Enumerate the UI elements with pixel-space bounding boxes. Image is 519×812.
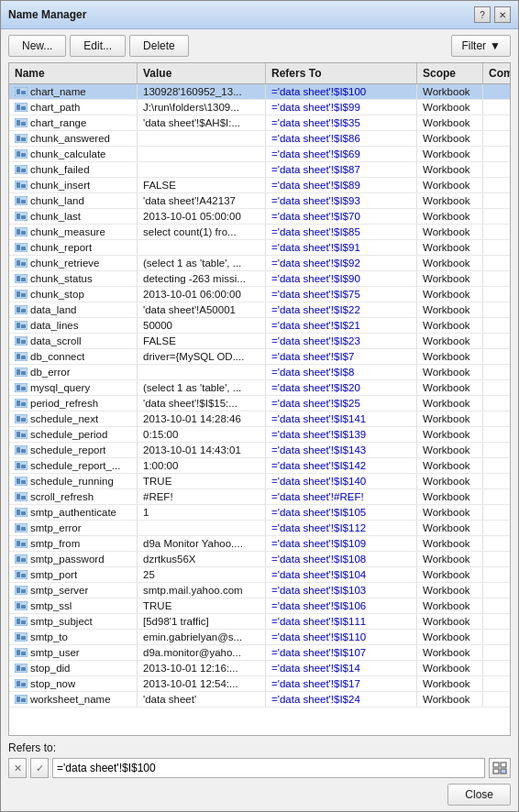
- table-row[interactable]: chunk_statusdetecting -263 missi...='dat…: [9, 271, 510, 287]
- table-row[interactable]: chunk_land'data sheet'!A42137='data shee…: [9, 193, 510, 209]
- table-row[interactable]: worksheet_name'data sheet'='data sheet'!…: [9, 692, 510, 708]
- window-close-button[interactable]: ✕: [494, 6, 511, 23]
- col-refers-to: Refers To: [266, 63, 417, 83]
- name-cell: worksheet_name: [9, 692, 138, 707]
- value-cell: [138, 131, 266, 146]
- table-row[interactable]: schedule_report_...1:00:00='data sheet'!…: [9, 458, 510, 474]
- scope-cell: Workbook: [417, 645, 483, 660]
- table-row[interactable]: chunk_insertFALSE='data sheet'!$I$89Work…: [9, 178, 510, 193]
- scope-cell: Workbook: [417, 474, 483, 488]
- comment-cell: [483, 380, 510, 395]
- table-row[interactable]: chunk_stop2013-10-01 06:00:00='data shee…: [9, 287, 510, 302]
- table-row[interactable]: chunk_failed='data sheet'!$I$87Workbook: [9, 162, 510, 178]
- svg-rect-71: [21, 449, 26, 453]
- table-row[interactable]: smtp_error='data sheet'!$I$112Workbook: [9, 521, 510, 536]
- table-row[interactable]: smtp_toemin.gabrielyan@s...='data sheet'…: [9, 630, 510, 645]
- table-row[interactable]: schedule_next2013-10-01 14:28:46='data s…: [9, 411, 510, 427]
- table-row[interactable]: schedule_period0:15:00='data sheet'!$I$1…: [9, 427, 510, 443]
- svg-rect-116: [21, 683, 26, 686]
- table-row[interactable]: data_land'data sheet'!A50001='data sheet…: [9, 302, 510, 318]
- name-text: chunk_stop: [30, 289, 84, 300]
- col-value: Value: [138, 63, 266, 83]
- table-row[interactable]: smtp_userd9a.monitor@yaho...='data sheet…: [9, 645, 510, 661]
- table-row[interactable]: smtp_sslTRUE='data sheet'!$I$106Workbook: [9, 598, 510, 614]
- table-row[interactable]: mysql_query(select 1 as 'table', ...='da…: [9, 380, 510, 396]
- table-row[interactable]: data_lines50000='data sheet'!$I$21Workbo…: [9, 318, 510, 334]
- scope-cell: Workbook: [417, 334, 483, 348]
- comment-cell: [483, 349, 510, 364]
- comment-cell: [483, 271, 510, 286]
- col-comment: Comment: [483, 63, 511, 83]
- name-cell: chunk_report: [9, 240, 138, 255]
- table-row[interactable]: chunk_calculate='data sheet'!$I$69Workbo…: [9, 147, 510, 162]
- table-row[interactable]: smtp_serversmtp.mail.yahoo.com='data she…: [9, 583, 510, 598]
- value-cell: [138, 147, 266, 161]
- name-icon: [15, 477, 28, 486]
- edit-button[interactable]: Edit...: [70, 35, 126, 57]
- refers-to-input[interactable]: [52, 758, 485, 778]
- table-row[interactable]: schedule_report2013-10-01 14:43:01='data…: [9, 443, 510, 458]
- refers-to-cell: ='data sheet'!$I$141: [266, 411, 417, 426]
- table-row[interactable]: smtp_authenticate1='data sheet'!$I$105Wo…: [9, 505, 510, 521]
- table-row[interactable]: db_error='data sheet'!$I$8Workbook: [9, 365, 510, 380]
- table-row[interactable]: chunk_answered='data sheet'!$I$86Workboo…: [9, 131, 510, 147]
- range-selector-button[interactable]: [489, 758, 511, 778]
- table-row[interactable]: data_scrollFALSE='data sheet'!$I$23Workb…: [9, 334, 510, 349]
- name-cell: smtp_server: [9, 583, 138, 598]
- svg-rect-95: [21, 574, 26, 577]
- close-button[interactable]: Close: [447, 784, 511, 806]
- name-text: smtp_authenticate: [30, 507, 116, 518]
- table-row[interactable]: period_refresh'data sheet'!$I$15:...='da…: [9, 396, 510, 411]
- table-row[interactable]: smtp_fromd9a Monitor Yahoo....='data she…: [9, 536, 510, 552]
- value-cell: detecting -263 missi...: [138, 271, 266, 286]
- name-text: chunk_answered: [30, 133, 110, 144]
- help-button[interactable]: ?: [474, 6, 491, 23]
- new-button[interactable]: New...: [8, 35, 66, 57]
- table-body[interactable]: chart_name130928'160952_13...='data shee…: [9, 84, 510, 735]
- table-row[interactable]: chunk_last2013-10-01 05:00:00='data shee…: [9, 209, 510, 225]
- refers-to-cell: ='data sheet'!$I$105: [266, 505, 417, 520]
- name-cell: scroll_refresh: [9, 489, 138, 504]
- table-row[interactable]: chunk_report='data sheet'!$I$91Workbook: [9, 240, 510, 256]
- filter-button[interactable]: Filter ▼: [451, 35, 511, 57]
- svg-rect-85: [17, 525, 20, 531]
- name-cell: db_error: [9, 365, 138, 379]
- table-row[interactable]: smtp_subject[5d98'1 traffic]='data sheet…: [9, 614, 510, 630]
- table-row[interactable]: scroll_refresh#REF!='data sheet'!#REF!Wo…: [9, 489, 510, 505]
- name-icon: [15, 87, 28, 96]
- delete-button[interactable]: Delete: [129, 35, 189, 57]
- table-row[interactable]: db_connectdriver={MySQL OD....='data she…: [9, 349, 510, 365]
- value-cell: (select 1 as 'table', ...: [138, 256, 266, 270]
- cancel-icon-button[interactable]: ✕: [8, 758, 27, 778]
- table-row[interactable]: chart_pathJ:\run\folders\1309...='data s…: [9, 100, 510, 115]
- svg-rect-32: [21, 247, 26, 250]
- table-row[interactable]: stop_did2013-10-01 12:16:...='data sheet…: [9, 661, 510, 676]
- refers-to-cell: ='data sheet'!$I$142: [266, 458, 417, 473]
- table-row[interactable]: schedule_runningTRUE='data sheet'!$I$140…: [9, 474, 510, 489]
- scope-cell: Workbook: [417, 178, 483, 192]
- value-cell: 50000: [138, 318, 266, 333]
- name-text: smtp_user: [30, 647, 80, 658]
- scope-cell: Workbook: [417, 692, 483, 707]
- name-icon: [15, 196, 28, 205]
- comment-cell: [483, 567, 510, 582]
- table-row[interactable]: smtp_port25='data sheet'!$I$104Workbook: [9, 567, 510, 583]
- table-row[interactable]: chart_range'data sheet'!$AH$I:...='data …: [9, 115, 510, 131]
- name-cell: chunk_land: [9, 193, 138, 208]
- value-cell: [138, 162, 266, 177]
- svg-rect-118: [17, 697, 20, 702]
- refers-to-cell: ='data sheet'!$I$35: [266, 115, 417, 130]
- confirm-icon-button[interactable]: ✓: [30, 758, 49, 778]
- name-icon: [15, 321, 28, 330]
- table-row[interactable]: chunk_measureselect count(1) fro...='dat…: [9, 225, 510, 240]
- value-cell: J:\run\folders\1309...: [138, 100, 266, 115]
- value-cell: [138, 240, 266, 255]
- table-row[interactable]: smtp_passworddzrtkus56X='data sheet'!$I$…: [9, 552, 510, 567]
- svg-rect-53: [21, 356, 26, 359]
- table-row[interactable]: chunk_retrieve(select 1 as 'table', ...=…: [9, 256, 510, 271]
- table-row[interactable]: stop_now2013-10-01 12:54:...='data sheet…: [9, 676, 510, 692]
- table-row[interactable]: chart_name130928'160952_13...='data shee…: [9, 84, 510, 100]
- comment-cell: [483, 474, 510, 488]
- svg-rect-23: [21, 200, 26, 203]
- svg-rect-88: [17, 541, 20, 546]
